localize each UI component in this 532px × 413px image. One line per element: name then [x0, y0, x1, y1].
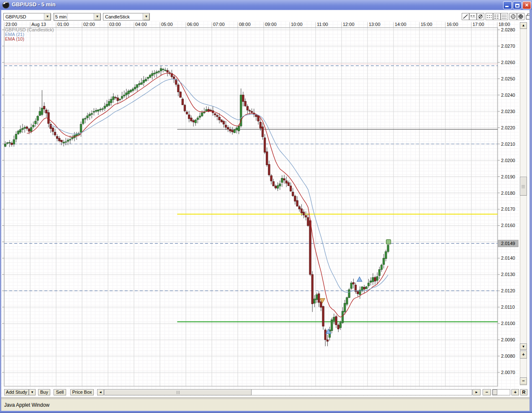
svg-text:06:00: 06:00	[187, 22, 199, 27]
plus-icon: +	[514, 390, 517, 395]
close-button[interactable]: ✕	[522, 1, 531, 9]
left-arrow-icon: ◄	[99, 390, 102, 394]
v-scroll-down-button[interactable]: ▼	[520, 343, 527, 350]
interval-select-value: 5 min	[55, 14, 67, 20]
down-arrow-icon: ▼	[522, 345, 525, 348]
chart-type-select-value: CandleStick	[105, 14, 130, 20]
svg-text:23:00: 23:00	[5, 22, 17, 27]
svg-text:2.0250: 2.0250	[501, 76, 515, 81]
maximize-icon	[515, 4, 519, 8]
clear-drawings-icon	[478, 14, 483, 19]
hatch-pattern-button[interactable]	[509, 13, 517, 20]
sell-button[interactable]: Sell	[54, 389, 66, 395]
chevron-down-icon[interactable]: ▼	[94, 13, 100, 20]
minimize-button[interactable]	[503, 1, 512, 9]
grid-sparse-icon	[486, 14, 492, 19]
h-zoom-slider-thumb[interactable]	[493, 390, 497, 395]
svg-text:18:00: 18:00	[499, 22, 510, 27]
svg-text:2.0260: 2.0260	[501, 60, 515, 65]
window-title: GBP/USD - 5 min	[12, 1, 56, 8]
crosshatch-circle-icon	[518, 14, 524, 19]
svg-text:07:00: 07:00	[213, 22, 225, 27]
svg-text:12:00: 12:00	[343, 22, 355, 27]
svg-text:05:00: 05:00	[161, 22, 173, 27]
buy-signal-marker	[357, 277, 362, 281]
svg-text:Aug 13: Aug 13	[31, 22, 46, 27]
h-scroll-right-button[interactable]: ►	[473, 389, 481, 395]
legend-item: EMA (10)	[5, 36, 24, 41]
svg-text:14:00: 14:00	[395, 22, 406, 27]
svg-text:2.0170: 2.0170	[501, 206, 515, 212]
svg-text:2.0180: 2.0180	[501, 191, 515, 196]
v-zoom-in-button[interactable]: +	[520, 351, 527, 359]
grid-dense-icon	[501, 14, 507, 19]
h-scrollbar-thumb[interactable]	[104, 389, 252, 395]
chart-type-select[interactable]: CandleStick ▼	[103, 13, 150, 21]
svg-text:09:00: 09:00	[265, 22, 277, 27]
reset-chart-button[interactable]: R	[520, 389, 527, 395]
v-zoom-out-button[interactable]: −	[520, 377, 527, 385]
order-marker	[386, 240, 391, 244]
add-study-button[interactable]: Add Study	[4, 389, 29, 395]
v-scrollbar-thumb[interactable]	[520, 177, 527, 196]
window-border-left	[0, 10, 1, 411]
svg-text:2.0200: 2.0200	[501, 158, 515, 163]
chevron-down-icon[interactable]: ▼	[143, 13, 149, 20]
add-study-dropdown-button[interactable]: ▼	[29, 389, 36, 395]
svg-text:10:00: 10:00	[291, 22, 303, 27]
svg-text:2.0100: 2.0100	[501, 321, 515, 326]
svg-text:17:00: 17:00	[473, 22, 484, 27]
svg-text:04:00: 04:00	[135, 22, 147, 27]
app-window: GBP/USD - 5 min ✕ GBP/USD ▼ 5 min ▼ Cand…	[0, 0, 532, 413]
right-arrow-icon: ►	[475, 390, 478, 394]
chevron-down-icon: ▼	[31, 390, 34, 394]
horizontal-line-icon	[470, 14, 476, 19]
symbol-select-value: GBP/USD	[5, 14, 26, 20]
grid-dense-button[interactable]	[501, 13, 508, 20]
minus-icon: −	[522, 378, 524, 383]
buy-button[interactable]: Buy	[38, 389, 50, 395]
java-applet-banner: Java Applet Window	[1, 399, 530, 411]
svg-text:02:00: 02:00	[83, 22, 95, 27]
svg-text:2.0160: 2.0160	[501, 223, 515, 228]
horizontal-line-tool-button[interactable]	[469, 13, 477, 20]
interval-select[interactable]: 5 min ▼	[53, 13, 101, 21]
h-scroll-left-button[interactable]: ◄	[97, 389, 104, 395]
v-scrollbar-track[interactable]	[520, 22, 527, 385]
clear-drawings-button[interactable]	[477, 13, 484, 20]
svg-text:01:00: 01:00	[57, 22, 69, 27]
maximize-button[interactable]	[513, 1, 522, 9]
svg-text:2.0120: 2.0120	[501, 288, 515, 293]
h-zoom-in-button[interactable]: +	[511, 389, 519, 395]
window-border-right	[529, 10, 532, 411]
window-border-bottom	[0, 411, 532, 413]
window-titlebar[interactable]: GBP/USD - 5 min ✕	[0, 0, 532, 10]
svg-text:2.0070: 2.0070	[501, 370, 515, 375]
svg-text:2.0110: 2.0110	[501, 305, 515, 310]
status-text: Java Applet Window	[4, 402, 49, 408]
h-zoom-out-button[interactable]: −	[483, 389, 491, 395]
trendline-tool-button[interactable]	[462, 13, 469, 20]
svg-text:2.0280: 2.0280	[501, 27, 515, 32]
grid-sparse-button[interactable]	[486, 13, 493, 20]
v-scroll-up-button[interactable]: ▲	[520, 22, 527, 29]
up-arrow-icon: ▲	[522, 23, 525, 27]
svg-text:2.0210: 2.0210	[501, 142, 515, 147]
trendline-icon	[463, 14, 468, 19]
price-box-button[interactable]: Price Box	[70, 389, 94, 395]
price-chart[interactable]: 2.02802.02702.02602.02502.02402.02302.02…	[0, 21, 519, 396]
svg-text:2.0140: 2.0140	[501, 256, 515, 261]
svg-text:16:00: 16:00	[447, 22, 458, 27]
svg-text:2.0130: 2.0130	[501, 272, 515, 277]
grid-medium-icon	[494, 14, 500, 19]
svg-text:03:00: 03:00	[109, 22, 121, 27]
crosshatch-pattern-button[interactable]	[517, 13, 524, 20]
chevron-down-icon[interactable]: ▼	[44, 13, 51, 20]
symbol-select[interactable]: GBP/USD ▼	[3, 13, 51, 21]
grid-medium-button[interactable]	[493, 13, 501, 20]
minimize-icon	[505, 6, 509, 7]
svg-text:2.0149: 2.0149	[501, 241, 515, 246]
svg-text:2.0230: 2.0230	[501, 109, 515, 114]
svg-text:2.0220: 2.0220	[501, 125, 515, 130]
app-icon	[2, 1, 10, 9]
